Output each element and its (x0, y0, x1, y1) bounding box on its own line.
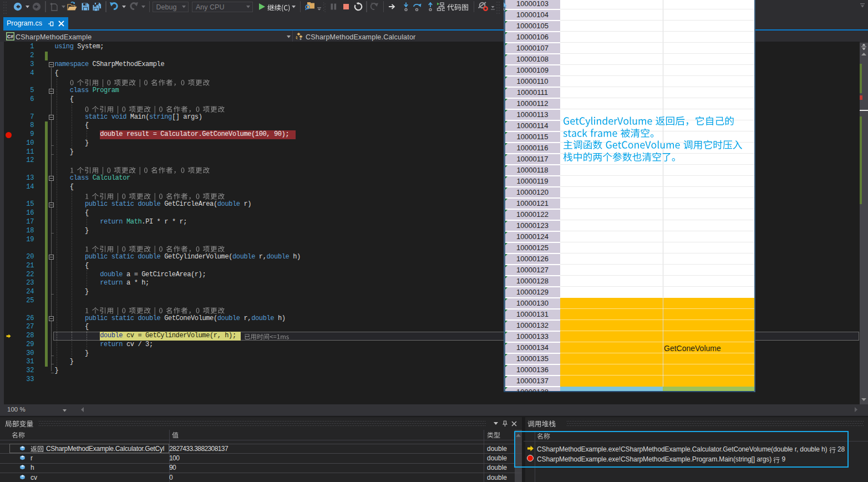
svg-text:C#: C# (7, 34, 13, 39)
